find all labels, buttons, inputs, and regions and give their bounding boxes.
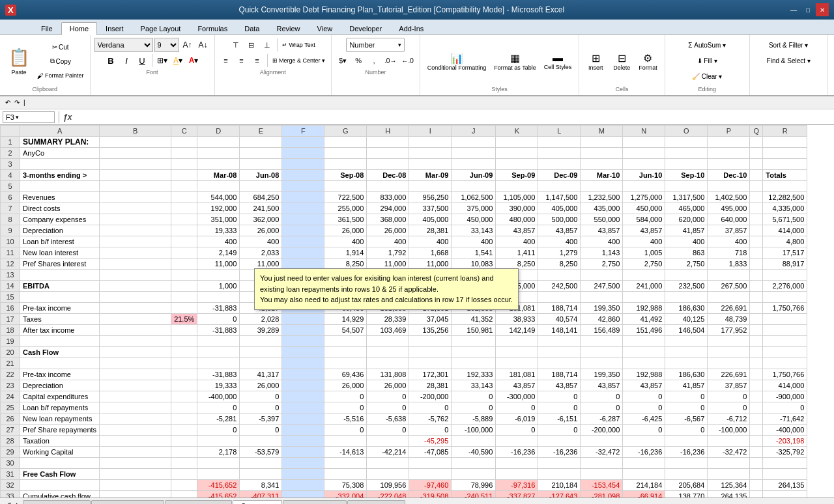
cell[interactable] <box>197 358 240 369</box>
cell[interactable]: 43,857 <box>496 225 538 236</box>
cell[interactable]: 400 <box>708 236 750 247</box>
cell[interactable]: 4,800 <box>763 236 807 247</box>
cell[interactable] <box>409 358 452 369</box>
cell[interactable]: 14,929 <box>324 314 367 325</box>
cell[interactable]: EBITDA <box>20 281 100 292</box>
cell[interactable] <box>324 469 367 480</box>
cell[interactable] <box>581 270 623 281</box>
cell[interactable] <box>100 303 171 314</box>
cell[interactable] <box>623 358 665 369</box>
cell[interactable]: 151,496 <box>623 325 665 336</box>
cell[interactable]: 620,000 <box>665 214 708 225</box>
table-row[interactable]: 3 <box>1 159 807 170</box>
cell[interactable] <box>367 148 409 159</box>
cell[interactable] <box>100 203 171 214</box>
cell[interactable]: 500,000 <box>538 214 581 225</box>
cell[interactable]: 450,000 <box>452 214 496 225</box>
cell[interactable]: 1,275,000 <box>623 192 665 203</box>
cell[interactable] <box>763 491 807 498</box>
cell[interactable]: 5,671,500 <box>763 214 807 225</box>
cell[interactable]: 1,411 <box>496 247 538 259</box>
tab-formulas[interactable]: Formulas <box>189 22 236 35</box>
col-n[interactable]: N <box>623 126 665 137</box>
cell[interactable] <box>496 469 538 480</box>
cell[interactable] <box>538 336 581 347</box>
cell[interactable] <box>282 358 324 369</box>
cell[interactable]: 1,914 <box>324 247 367 259</box>
tab-developer[interactable]: Developer <box>341 22 390 35</box>
table-row[interactable]: 31Free Cash Flow <box>1 469 807 480</box>
cell[interactable]: 142,149 <box>496 325 538 336</box>
cell[interactable]: Mar-10 <box>581 170 623 181</box>
cell[interactable] <box>367 358 409 369</box>
cell[interactable]: 1,000 <box>197 281 240 292</box>
maximize-btn[interactable]: □ <box>801 3 814 16</box>
col-j[interactable]: J <box>452 126 496 137</box>
cell[interactable] <box>100 480 171 491</box>
cell[interactable]: Cumulative cash flow <box>20 491 100 498</box>
cell[interactable]: Working Capital <box>20 447 100 458</box>
cell[interactable]: 0 <box>496 402 538 413</box>
cell[interactable] <box>708 137 750 148</box>
cell[interactable] <box>750 192 763 203</box>
cell[interactable] <box>171 270 197 281</box>
cell[interactable]: 550,000 <box>581 214 623 225</box>
cell[interactable]: 28,339 <box>367 314 409 325</box>
table-row[interactable]: 23Depreciation19,33326,00026,00026,00028… <box>1 380 807 391</box>
tab-note-balances[interactable]: Note Balances <box>283 500 347 504</box>
cell[interactable]: Mar-09 <box>409 170 452 181</box>
cell[interactable] <box>750 436 763 447</box>
insert-btn[interactable]: ⊞ Insert <box>583 42 608 81</box>
cell[interactable]: -32,472 <box>708 447 750 458</box>
cell[interactable] <box>100 491 171 498</box>
cell[interactable] <box>750 413 763 425</box>
cell[interactable] <box>171 380 197 391</box>
cell[interactable]: 684,250 <box>240 192 282 203</box>
cell[interactable] <box>197 336 240 347</box>
cell[interactable] <box>171 137 197 148</box>
cell[interactable] <box>171 325 197 336</box>
cell[interactable]: 146,504 <box>665 325 708 336</box>
cell[interactable] <box>171 170 197 181</box>
cell[interactable] <box>171 436 197 447</box>
cell[interactable] <box>538 292 581 303</box>
cell[interactable]: -153,454 <box>581 480 623 491</box>
cell[interactable]: 226,691 <box>708 369 750 380</box>
cell[interactable] <box>20 181 100 192</box>
cell[interactable]: 43,857 <box>538 380 581 391</box>
cell[interactable] <box>623 336 665 347</box>
cell[interactable]: 205,684 <box>665 480 708 491</box>
paste-button[interactable]: 📋 Paste <box>4 38 34 85</box>
cell[interactable]: 1,279 <box>538 247 581 259</box>
cell[interactable] <box>100 358 171 369</box>
cell[interactable] <box>496 336 538 347</box>
merge-center-btn[interactable]: ⊞ Merge & Center ▾ <box>270 53 328 68</box>
cell[interactable] <box>171 225 197 236</box>
close-btn[interactable]: ✕ <box>816 3 829 16</box>
cell[interactable]: 584,000 <box>623 214 665 225</box>
cell[interactable]: Jun-10 <box>623 170 665 181</box>
table-row[interactable]: 27Pref Share repayments00000-100,00000-2… <box>1 425 807 436</box>
cell[interactable]: 1,750,766 <box>763 303 807 314</box>
cell[interactable] <box>324 358 367 369</box>
cell[interactable]: -200,000 <box>409 391 452 402</box>
find-select-btn[interactable]: Find & Select ▾ <box>765 53 812 68</box>
cell[interactable] <box>452 469 496 480</box>
cell[interactable]: 400 <box>409 236 452 247</box>
cell[interactable]: 181,081 <box>496 369 538 380</box>
cell[interactable]: 450,000 <box>623 203 665 214</box>
cell[interactable]: 722,500 <box>324 192 367 203</box>
increase-font-btn[interactable]: A↑ <box>180 38 195 52</box>
percent-btn[interactable]: % <box>351 53 366 68</box>
cell[interactable] <box>171 402 197 413</box>
cell[interactable]: 0 <box>324 425 367 436</box>
cell[interactable] <box>20 458 100 469</box>
table-row[interactable]: 11New loan interest2,1492,0331,9141,7921… <box>1 247 807 259</box>
cell[interactable] <box>763 137 807 148</box>
cell[interactable] <box>750 181 763 192</box>
cell[interactable]: 3-months ending > <box>20 170 100 181</box>
cell[interactable] <box>708 347 750 358</box>
cell[interactable] <box>708 358 750 369</box>
cell[interactable] <box>171 292 197 303</box>
cell[interactable]: 8,250 <box>324 259 367 270</box>
